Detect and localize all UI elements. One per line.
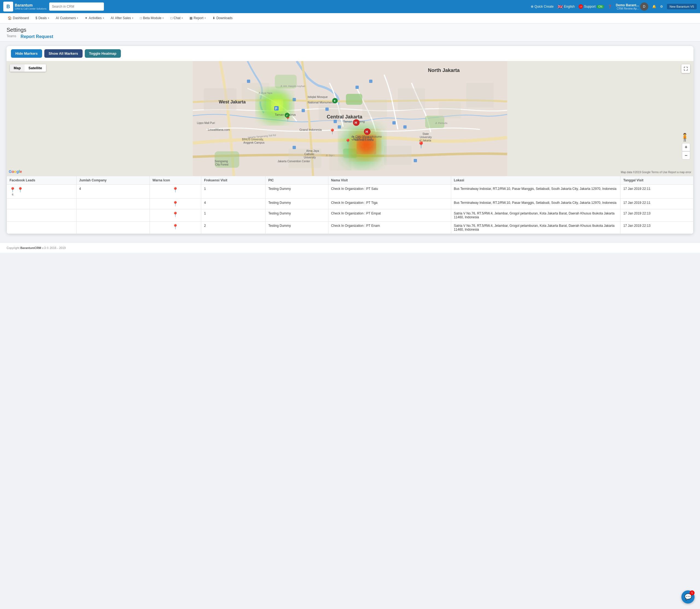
fullscreen-icon (684, 67, 688, 71)
flag-icon: 🇬🇧 (558, 4, 563, 9)
sidebar-item-report[interactable]: ▦ Report ▾ (186, 13, 209, 23)
svg-rect-2 (346, 94, 362, 105)
cell-facebook-leads: 📍 4 📍 (7, 185, 76, 198)
new-version-button[interactable]: New Barantum V5 (667, 4, 697, 9)
map-container[interactable]: North Jakarta West Jakarta Central Jakar… (6, 61, 694, 176)
support-button[interactable]: 13 Support ON (579, 4, 604, 9)
pin-icon: 📍 (10, 187, 16, 193)
chat-icon: □ (170, 16, 172, 20)
cell-lokasi: Bus Terminalway Indosiar, RT.2/RW.10, Pa… (451, 185, 621, 198)
cell-jumlah-company (76, 209, 149, 222)
svg-text:National Central: National Central (354, 138, 374, 141)
pin-icon-2: 📍 (17, 187, 23, 193)
svg-text:Jl. Pemuda: Jl. Pemuda (435, 122, 447, 124)
svg-rect-19 (369, 80, 373, 83)
report-icon: ▦ (190, 16, 193, 20)
svg-text:📍: 📍 (329, 128, 336, 135)
nav-right: ⊕ Quick Create 🇬🇧 English 13 Support ON … (531, 2, 697, 11)
zoom-controls: + − (682, 143, 690, 159)
map-svg: North Jakarta West Jakarta Central Jakar… (6, 61, 694, 176)
map-type-satellite-button[interactable]: Satellite (24, 64, 46, 72)
table-row: 📍 1 Testing Dummy Check In Organization … (7, 209, 694, 222)
data-table-wrapper: Facebook Leads Jumlah Company Warna Icon… (6, 176, 694, 234)
sidebar-item-dashboard[interactable]: 🏠 Dashboard (4, 13, 32, 23)
svg-text:Srengseng: Srengseng (215, 160, 228, 163)
cell-tanggal-visit: 17 Jan 2019 22:11 (621, 185, 694, 198)
svg-text:National Monument: National Monument (308, 101, 334, 104)
svg-rect-10 (398, 88, 425, 110)
zoom-out-button[interactable]: − (682, 151, 690, 159)
col-header-jumlah-company: Jumlah Company (76, 176, 149, 185)
logo-icon: B (3, 2, 13, 12)
cell-pic: Testing Dummy (266, 209, 328, 222)
language-selector[interactable]: 🇬🇧 English (558, 4, 575, 9)
svg-rect-18 (356, 86, 359, 89)
svg-rect-9 (362, 99, 387, 117)
page-title: Settings (6, 27, 694, 33)
cell-warna-icon: 📍 (149, 185, 201, 198)
sidebar-item-activities[interactable]: ✦ Activities ▾ (82, 13, 107, 23)
page-header: Settings Teams Report Request (0, 23, 700, 41)
sidebar-item-chat[interactable]: □ Chat ▾ (167, 13, 186, 23)
toggle-heatmap-button[interactable]: Toggle Heatmap (85, 49, 121, 58)
google-logo: Google (9, 169, 22, 174)
map-footer-text: Map data ©2019 Google Terms of Use Repor… (621, 171, 691, 174)
bell-icon[interactable]: 🔔 (652, 5, 656, 8)
search-input[interactable] (49, 2, 104, 11)
cell-lokasi: Bus Terminalway Indosiar, RT.2/RW.10, Pa… (451, 198, 621, 209)
downloads-icon: ⬇ (213, 16, 215, 20)
chevron-down-icon: ▾ (182, 17, 183, 19)
chevron-down-icon: ▾ (77, 17, 78, 19)
avatar: D (640, 2, 648, 11)
svg-rect-21 (334, 120, 337, 123)
quick-create-icon: ⊕ (531, 5, 534, 8)
svg-text:📍: 📍 (344, 138, 352, 145)
chevron-down-icon: ▾ (132, 17, 133, 19)
sidebar-item-aftersales[interactable]: AI After Sales ▾ (107, 13, 137, 23)
show-all-markers-button[interactable]: Show All Markers (44, 49, 83, 58)
table-row: 📍 4 📍 4 📍 1 Testing Dummy Check In Organ… (7, 185, 694, 198)
svg-text:University: University (304, 156, 316, 159)
svg-text:Grand Indonesia: Grand Indonesia (300, 128, 322, 131)
streetview-icon[interactable]: 🧍 (680, 133, 689, 142)
svg-rect-27 (302, 109, 305, 112)
fullscreen-button[interactable] (681, 64, 690, 73)
cell-frekuensi: 1 (201, 185, 266, 198)
user-name: Demo Barant... (616, 3, 639, 7)
svg-rect-25 (414, 159, 417, 162)
cell-frekuensi: 2 (201, 222, 266, 234)
sidebar-item-downloads[interactable]: ⬇ Downloads (209, 13, 236, 23)
svg-text:Jakarta Convention Center: Jakarta Convention Center (277, 160, 310, 163)
svg-text:P: P (275, 107, 277, 110)
zoom-in-button[interactable]: + (682, 143, 690, 151)
svg-text:Anggrek Campus: Anggrek Campus (244, 141, 265, 144)
chevron-down-icon: ▾ (162, 17, 164, 19)
svg-text:Istiqlal Mosque: Istiqlal Mosque (308, 95, 327, 99)
sidebar-item-customers[interactable]: AI Customers ▾ (53, 13, 82, 23)
svg-text:University: University (420, 136, 432, 139)
help-button[interactable]: ❓ (608, 5, 612, 8)
footer-brand: BarantumCRM (20, 246, 41, 249)
data-table: Facebook Leads Jumlah Company Warna Icon… (6, 176, 694, 234)
logo-sub: CRM & Call Center Solutions (15, 7, 47, 10)
col-header-frekuensi: Frekuensi Visit (201, 176, 266, 185)
settings-icon[interactable]: ⚙ (660, 5, 663, 8)
sidebar-item-betamodule[interactable]: □ Beta Module ▾ (137, 13, 167, 23)
sidebar-item-deals[interactable]: $ Deals ▾ (32, 13, 53, 23)
map-type-map-button[interactable]: Map (10, 64, 24, 72)
quick-create-button[interactable]: ⊕ Quick Create (531, 5, 554, 8)
table-row: 📍 2 Testing Dummy Check In Organization … (7, 222, 694, 234)
cell-jumlah-company: 4 (76, 185, 149, 198)
cell-warna-icon: 📍 (149, 198, 201, 209)
cell-warna-icon: 📍 (149, 209, 201, 222)
hide-markers-button[interactable]: Hide Markers (11, 49, 42, 58)
cell-warna-icon: 📍 (149, 222, 201, 234)
svg-text:State: State (423, 133, 429, 135)
svg-rect-22 (338, 125, 341, 128)
user-info[interactable]: Demo Barant... CRM Review Ap... D (616, 2, 648, 11)
page-footer: Copyright BarantumCRM v.3 © 2016 - 2019 (0, 243, 700, 253)
svg-text:✦: ✦ (333, 99, 336, 103)
deals-icon: $ (36, 16, 37, 20)
cell-facebook-leads (7, 209, 76, 222)
cell-jumlah-company (76, 222, 149, 234)
